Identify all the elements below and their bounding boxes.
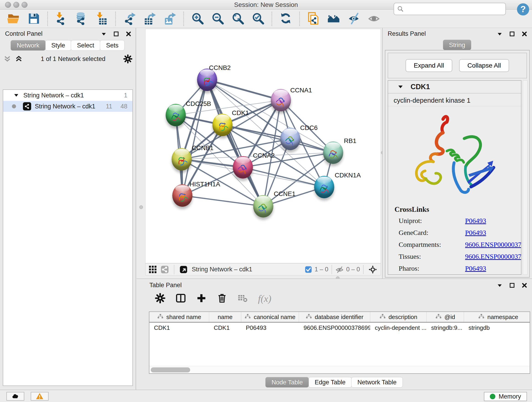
network-options-gear-icon[interactable]	[123, 54, 133, 64]
network-row[interactable]: String Network – cdk1 11 48	[3, 101, 133, 112]
table-row[interactable]: CDK1CDK1P064939606.ENSP00000378699cyclin…	[149, 322, 530, 333]
delete-column-button[interactable]	[217, 293, 227, 304]
crosslink-link[interactable]: P06493	[465, 217, 486, 225]
hidden-elements-badge[interactable]: 0 – 0	[335, 265, 360, 274]
network-node-ccne1[interactable]	[253, 195, 273, 217]
network-node-rb1[interactable]	[323, 141, 343, 164]
panel-close-icon[interactable]	[521, 31, 527, 37]
expand-all-button[interactable]: Expand All	[405, 59, 452, 72]
panel-menu-icon[interactable]	[497, 31, 503, 37]
table-options-gear-button[interactable]	[155, 293, 165, 304]
collapse-all-button[interactable]: Collapse All	[459, 59, 509, 72]
column-header-shared-name[interactable]: shared name	[149, 312, 209, 322]
show-columns-button[interactable]	[176, 293, 186, 304]
crosslink-link[interactable]: 9606.ENSP00000378699	[465, 253, 521, 260]
duplicate-network-button[interactable]	[306, 12, 321, 26]
network-node-ccna2[interactable]	[233, 156, 253, 179]
first-neighbors-button[interactable]	[326, 12, 341, 26]
network-node-cdc6[interactable]	[280, 128, 300, 150]
column-header-namespace[interactable]: namespace	[464, 312, 530, 322]
cell-shared-name[interactable]: CDK1	[149, 324, 209, 332]
collapse-triangle-icon[interactable]	[397, 84, 404, 90]
import-network-database-button[interactable]	[75, 12, 89, 26]
cell-namespace[interactable]: stringdb	[464, 324, 530, 332]
selected-nodes-badge[interactable]: 1 – 0	[304, 266, 328, 274]
collapse-triangle-icon[interactable]	[13, 92, 19, 98]
create-column-button[interactable]	[196, 293, 207, 304]
tab-sets[interactable]: Sets	[100, 40, 125, 51]
network-node-cdkn1a[interactable]	[314, 176, 334, 198]
tab-select[interactable]: Select	[71, 40, 100, 51]
column-header-canonical-name[interactable]: canonical name	[241, 312, 299, 322]
function-builder-button[interactable]: f(x)	[258, 293, 271, 304]
network-view-canvas[interactable]: CCNB2 CCNA1 CDC25B CDK1	[145, 29, 381, 263]
cell--id[interactable]: stringdb:9...	[427, 324, 464, 332]
tab-string[interactable]: String	[443, 40, 472, 50]
delete-table-button[interactable]	[237, 293, 248, 304]
panel-menu-icon[interactable]	[101, 31, 107, 37]
panel-close-icon[interactable]	[521, 282, 527, 288]
zoom-fit-button[interactable]	[231, 12, 245, 26]
zoom-selected-icon	[251, 12, 265, 26]
panel-float-icon[interactable]	[509, 31, 515, 37]
crosslink-link[interactable]: P06493	[465, 264, 486, 272]
cell-description[interactable]: cyclin-dependent ...	[370, 324, 427, 332]
panel-close-icon[interactable]	[126, 31, 132, 37]
node-table[interactable]: shared namenamecanonical namedatabase id…	[149, 312, 530, 374]
zoom-in-button[interactable]	[190, 12, 205, 26]
search-field[interactable]	[394, 3, 506, 15]
tab-style[interactable]: Style	[45, 40, 71, 51]
help-button[interactable]: ?	[516, 2, 530, 17]
node-label-cdkn1a: CDKN1A	[335, 172, 361, 179]
collapse-all-icon[interactable]	[3, 55, 12, 63]
tab-network[interactable]: Network	[11, 40, 46, 51]
panel-menu-icon[interactable]	[497, 282, 503, 288]
cloud-status-button[interactable]	[6, 392, 24, 401]
show-hide-graphics-button[interactable]	[347, 12, 361, 26]
network-node-ccna1[interactable]	[271, 89, 291, 111]
import-table-file-button[interactable]	[95, 12, 109, 26]
table-hscrollbar[interactable]	[149, 366, 530, 373]
left-splitter-handle[interactable]	[139, 205, 143, 209]
export-table-button[interactable]	[143, 12, 157, 26]
panel-float-icon[interactable]	[113, 31, 119, 37]
network-node-ccnb2[interactable]	[197, 69, 217, 91]
search-input[interactable]	[406, 5, 503, 13]
crosslink-link[interactable]: 9606.ENSP00000378699	[465, 241, 521, 249]
crosslink-link[interactable]: P06493	[465, 229, 486, 236]
birds-eye-view-icon[interactable]	[179, 265, 188, 274]
cell-name[interactable]: CDK1	[209, 324, 241, 332]
tab-node-table[interactable]: Node Table	[265, 377, 309, 388]
save-session-button[interactable]	[27, 12, 41, 26]
tab-network-table[interactable]: Network Table	[351, 377, 403, 388]
cell-database-identifier[interactable]: 9606.ENSP00000378699	[299, 324, 370, 332]
memory-button[interactable]: Memory	[484, 392, 527, 401]
open-session-button[interactable]	[6, 12, 21, 26]
network-node-ccnb1[interactable]	[172, 148, 192, 171]
grid-view-icon[interactable]	[149, 265, 157, 274]
refresh-button[interactable]	[279, 12, 293, 26]
warning-status-button[interactable]	[31, 392, 49, 401]
cell-canonical-name[interactable]: P06493	[241, 324, 299, 332]
expand-up-icon[interactable]	[15, 55, 23, 63]
fit-selected-crosshair-icon[interactable]	[369, 265, 377, 274]
tab-edge-table[interactable]: Edge Table	[308, 377, 352, 388]
column-header--id[interactable]: @id	[427, 312, 464, 322]
export-image-button[interactable]	[163, 12, 177, 26]
export-network-button[interactable]	[122, 12, 137, 26]
import-network-file-button[interactable]	[54, 12, 69, 26]
results-scrollbar[interactable]	[523, 80, 527, 275]
gene-section-header[interactable]: CDK1	[388, 81, 521, 94]
zoom-out-button[interactable]	[210, 12, 225, 26]
network-node-cdk1[interactable]	[212, 114, 233, 136]
column-header-name[interactable]: name	[209, 312, 241, 322]
show-hide-graphics-icon	[347, 12, 360, 26]
string-badge-icon[interactable]	[161, 265, 169, 274]
panel-float-icon[interactable]	[509, 282, 515, 288]
network-node-cdc25b[interactable]	[166, 104, 186, 126]
network-collection-row[interactable]: String Network – cdk1 1	[3, 90, 133, 101]
zoom-selected-button[interactable]	[251, 12, 265, 26]
column-header-database-identifier[interactable]: database identifier	[299, 312, 370, 322]
graphics-details-button[interactable]	[367, 12, 381, 26]
column-header-description[interactable]: description	[370, 312, 427, 322]
